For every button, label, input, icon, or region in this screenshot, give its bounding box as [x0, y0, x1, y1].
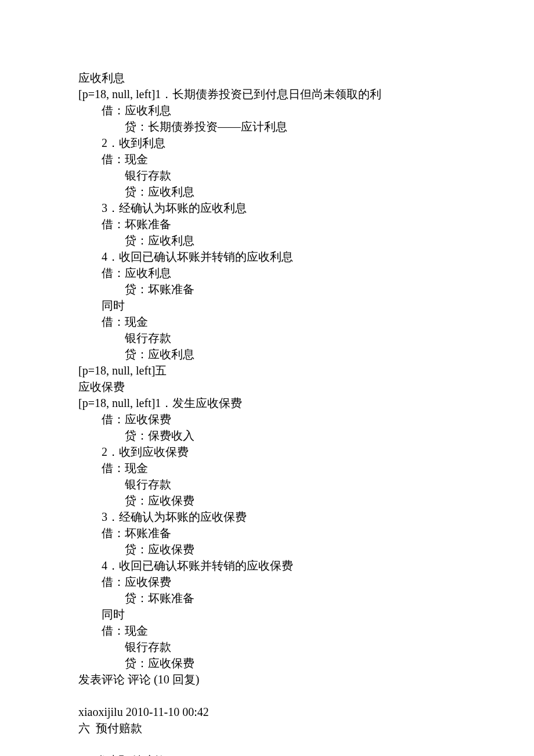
text-line: 借：现金	[78, 314, 456, 330]
text-line: 3．经确认为坏账的应收利息	[78, 200, 456, 216]
text-line: 借：现金	[78, 151, 456, 167]
text-line: [p=18, null, left]1．发生应收保费	[78, 395, 456, 411]
text-line: 借：应收利息	[78, 265, 456, 281]
text-line: 借：应收保费	[78, 411, 456, 427]
text-line: 借：应收利息	[78, 102, 456, 118]
text-line: 贷：应收利息	[78, 346, 456, 362]
text-line: 4．收回已确认坏账并转销的应收保费	[78, 557, 456, 574]
text-line: 贷：应收保费	[78, 541, 456, 557]
text-line: 2．收到应收保费	[78, 444, 456, 460]
page-number: 4	[0, 753, 534, 756]
text-line: [p=18, null, left]五	[78, 362, 456, 379]
text-line: 贷：坏账准备	[78, 281, 456, 297]
text-line: 借：现金	[78, 622, 456, 639]
text-line: 银行存款	[78, 330, 456, 346]
text-line: 贷：应收利息	[78, 232, 456, 249]
text-line: 同时	[78, 297, 456, 314]
text-line: 应收保费	[78, 379, 456, 395]
text-line: 六 预付赔款	[78, 720, 456, 736]
blank-line	[78, 687, 456, 704]
document-body: 应收利息[p=18, null, left]1．长期债券投资已到付息日但尚未领取…	[78, 70, 456, 756]
text-line: 发表评论 评论 (10 回复)	[78, 671, 456, 687]
document-page: 应收利息[p=18, null, left]1．长期债券投资已到付息日但尚未领取…	[0, 0, 534, 756]
text-line: 同时	[78, 606, 456, 622]
text-line: 贷：应收保费	[78, 655, 456, 671]
text-line: 银行存款	[78, 639, 456, 655]
text-line: 借：坏账准备	[78, 216, 456, 232]
text-line: xiaoxijilu 2010-11-10 00:42	[78, 704, 456, 720]
text-line: 借：应收保费	[78, 574, 456, 590]
text-line: 3．经确认为坏账的应收保费	[78, 509, 456, 525]
text-line: [p=18, null, left]1．长期债券投资已到付息日但尚未领取的利	[78, 86, 456, 102]
text-line: 贷：长期债券投资——应计利息	[78, 118, 456, 135]
text-line: 借：坏账准备	[78, 525, 456, 541]
text-line: 贷：应收保费	[78, 492, 456, 509]
text-line: 借：现金	[78, 460, 456, 476]
text-line: 银行存款	[78, 167, 456, 183]
text-line: 银行存款	[78, 476, 456, 492]
text-line: 4．收回已确认坏账并转销的应收利息	[78, 249, 456, 265]
text-line: 应收利息	[78, 70, 456, 86]
text-line: 贷：应收利息	[78, 183, 456, 200]
text-line: 贷：坏账准备	[78, 590, 456, 606]
text-line: 2．收到利息	[78, 135, 456, 151]
blank-line	[78, 736, 456, 753]
text-line: 贷：保费收入	[78, 427, 456, 444]
